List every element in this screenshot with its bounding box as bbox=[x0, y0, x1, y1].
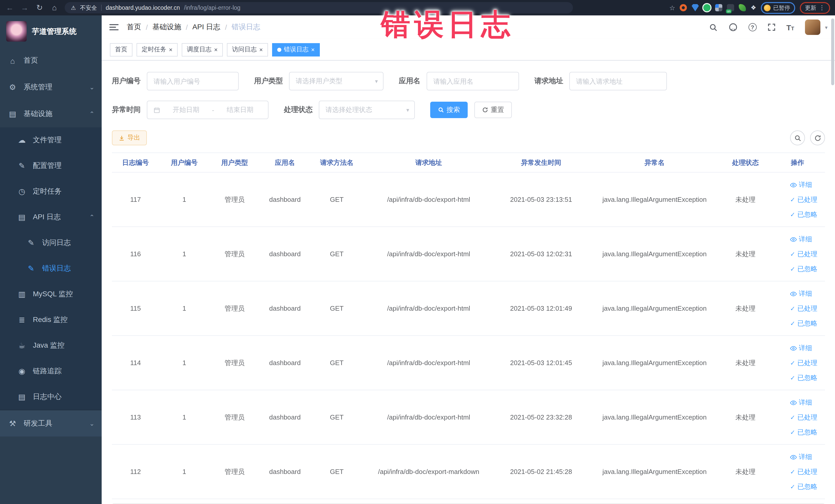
sidebar-item-redis[interactable]: ≣Redis 监控 bbox=[0, 307, 102, 333]
date-range-picker[interactable]: 开始日期 - 结束日期 bbox=[147, 101, 268, 119]
table-cell: /api/infra/db-doc/export-html bbox=[364, 227, 494, 281]
request-url-input[interactable] bbox=[569, 72, 667, 90]
table-cell: 管理员 bbox=[209, 390, 260, 444]
breadcrumb-item[interactable]: 基础设施 bbox=[152, 23, 181, 32]
close-icon[interactable]: × bbox=[311, 46, 315, 53]
search-icon[interactable] bbox=[709, 23, 717, 32]
app-title: 芋道管理系统 bbox=[32, 26, 77, 36]
sidebar-item-infra[interactable]: ▤基础设施⌃ bbox=[0, 101, 102, 127]
column-header: 用户编号 bbox=[159, 153, 209, 172]
table-row: 1131管理员dashboardGET/api/infra/db-doc/exp… bbox=[112, 390, 825, 444]
extension-grid-icon[interactable] bbox=[715, 4, 722, 11]
close-icon[interactable]: × bbox=[214, 46, 218, 53]
sidebar-item-mysql[interactable]: ▥MySQL 监控 bbox=[0, 281, 102, 307]
reset-button[interactable]: 重置 bbox=[474, 102, 512, 118]
table-cell: 未处理 bbox=[721, 227, 770, 281]
app-logo[interactable]: 芋道管理系统 bbox=[0, 15, 102, 47]
tag-调度日志[interactable]: 调度日志× bbox=[182, 43, 223, 56]
browser-reload-icon[interactable]: ↻ bbox=[35, 0, 44, 15]
sidebar-item-label: 配置管理 bbox=[33, 161, 95, 170]
action-详细[interactable]: 详细 bbox=[790, 398, 812, 407]
action-已忽略[interactable]: ✓已忽略 bbox=[790, 428, 817, 437]
vertical-scrollbar[interactable] bbox=[831, 19, 834, 85]
github-icon[interactable] bbox=[728, 23, 737, 32]
action-已处理[interactable]: ✓已处理 bbox=[790, 249, 817, 259]
extension-orange-icon[interactable] bbox=[680, 4, 687, 11]
action-已忽略[interactable]: ✓已忽略 bbox=[790, 319, 817, 328]
user-id-input[interactable] bbox=[147, 72, 239, 90]
sidebar-item-java[interactable]: ☕Java 监控 bbox=[0, 333, 102, 358]
sidebar-item-config[interactable]: ✎配置管理 bbox=[0, 153, 102, 179]
export-button[interactable]: 导出 bbox=[112, 130, 147, 145]
check-icon: ✓ bbox=[790, 374, 795, 382]
table-cell: java.lang.IllegalArgumentException bbox=[588, 444, 721, 499]
table-cell: 2021-05-02 23:32:28 bbox=[494, 390, 588, 444]
extension-switch-icon[interactable]: on bbox=[727, 4, 734, 11]
action-详细[interactable]: 详细 bbox=[790, 344, 812, 353]
sidebar-item-error-log[interactable]: ✎错误日志 bbox=[0, 256, 102, 281]
sidebar-item-log-center[interactable]: ▤日志中心 bbox=[0, 384, 102, 410]
extension-shield-icon[interactable] bbox=[692, 4, 699, 11]
sidebar-item-api-log[interactable]: ▤API 日志⌃ bbox=[0, 204, 102, 230]
table-cell: dashboard bbox=[260, 336, 310, 390]
action-label: 已忽略 bbox=[797, 210, 817, 219]
breadcrumb-item[interactable]: 首页 bbox=[127, 23, 141, 32]
refresh-table-button[interactable] bbox=[810, 130, 825, 145]
action-已处理[interactable]: ✓已处理 bbox=[790, 467, 817, 477]
action-详细[interactable]: 详细 bbox=[790, 180, 812, 189]
avatar-caret-icon[interactable]: ▾ bbox=[825, 24, 828, 30]
browser-home-icon[interactable]: ⌂ bbox=[50, 0, 59, 15]
tag-错误日志[interactable]: 错误日志× bbox=[272, 43, 320, 56]
sidebar-item-system[interactable]: ⚙系统管理⌄ bbox=[0, 74, 102, 101]
table-cell: 未处理 bbox=[721, 336, 770, 390]
search-button[interactable]: 搜索 bbox=[430, 102, 468, 118]
browser-menu-kebab-icon[interactable]: ⋮ bbox=[819, 4, 825, 11]
sidebar-item-home[interactable]: ⌂首页 bbox=[0, 47, 102, 74]
process-status-select[interactable]: 请选择处理状态 ▾ bbox=[319, 101, 415, 119]
toggle-search-button[interactable] bbox=[790, 130, 805, 145]
sidebar-item-access-log[interactable]: ✎访问日志 bbox=[0, 230, 102, 256]
action-详细[interactable]: 详细 bbox=[790, 235, 812, 244]
action-已忽略[interactable]: ✓已忽略 bbox=[790, 210, 817, 219]
browser-forward-icon[interactable]: → bbox=[20, 0, 29, 15]
font-size-icon[interactable]: TT bbox=[786, 23, 794, 32]
action-已忽略[interactable]: ✓已忽略 bbox=[790, 373, 817, 383]
help-icon[interactable]: ? bbox=[748, 23, 756, 31]
sidebar-toggle-icon[interactable] bbox=[109, 24, 119, 30]
action-已忽略[interactable]: ✓已忽略 bbox=[790, 482, 817, 491]
action-已处理[interactable]: ✓已处理 bbox=[790, 358, 817, 368]
action-已处理[interactable]: ✓已处理 bbox=[790, 413, 817, 422]
toolbox-icon: ⚒ bbox=[8, 419, 17, 428]
extensions-puzzle-icon[interactable]: ❖ bbox=[751, 4, 756, 11]
fullscreen-icon[interactable] bbox=[767, 23, 775, 31]
sidebar-item-job[interactable]: ◷定时任务 bbox=[0, 179, 102, 204]
action-详细[interactable]: 详细 bbox=[790, 452, 812, 462]
action-已忽略[interactable]: ✓已忽略 bbox=[790, 264, 817, 274]
table-cell: java.lang.IllegalArgumentException bbox=[588, 390, 721, 444]
table-cell: dashboard bbox=[260, 172, 310, 227]
user-type-select[interactable]: 请选择用户类型 ▾ bbox=[289, 72, 384, 90]
bookmark-star-icon[interactable]: ☆ bbox=[669, 4, 675, 12]
action-已处理[interactable]: ✓已处理 bbox=[790, 304, 817, 313]
extension-leaf-icon[interactable] bbox=[739, 4, 746, 11]
browser-back-icon[interactable]: ← bbox=[5, 0, 14, 15]
action-已处理[interactable]: ✓已处理 bbox=[790, 195, 817, 204]
profile-paused-badge[interactable]: 已暂停 bbox=[761, 2, 795, 14]
action-label: 已忽略 bbox=[797, 319, 817, 328]
breadcrumb-item[interactable]: API 日志 bbox=[192, 23, 221, 32]
tag-定时任务[interactable]: 定时任务× bbox=[137, 43, 178, 56]
browser-update-button[interactable]: 更新 ⋮ bbox=[800, 2, 830, 14]
close-icon[interactable]: × bbox=[169, 46, 172, 53]
sidebar-item-trace[interactable]: ◉链路追踪 bbox=[0, 358, 102, 384]
tag-label: 错误日志 bbox=[284, 45, 308, 54]
action-详细[interactable]: 详细 bbox=[790, 289, 812, 298]
sidebar-item-file[interactable]: ☁文件管理 bbox=[0, 127, 102, 153]
app-name-input[interactable] bbox=[427, 72, 519, 90]
tag-访问日志[interactable]: 访问日志× bbox=[227, 43, 268, 56]
tag-label: 首页 bbox=[115, 45, 127, 54]
user-avatar[interactable] bbox=[805, 20, 820, 35]
tag-首页[interactable]: 首页 bbox=[110, 43, 133, 56]
sidebar-item-dev-tools[interactable]: ⚒研发工具⌄ bbox=[0, 410, 102, 437]
close-icon[interactable]: × bbox=[259, 46, 263, 53]
extension-green-check-icon[interactable] bbox=[703, 4, 711, 11]
